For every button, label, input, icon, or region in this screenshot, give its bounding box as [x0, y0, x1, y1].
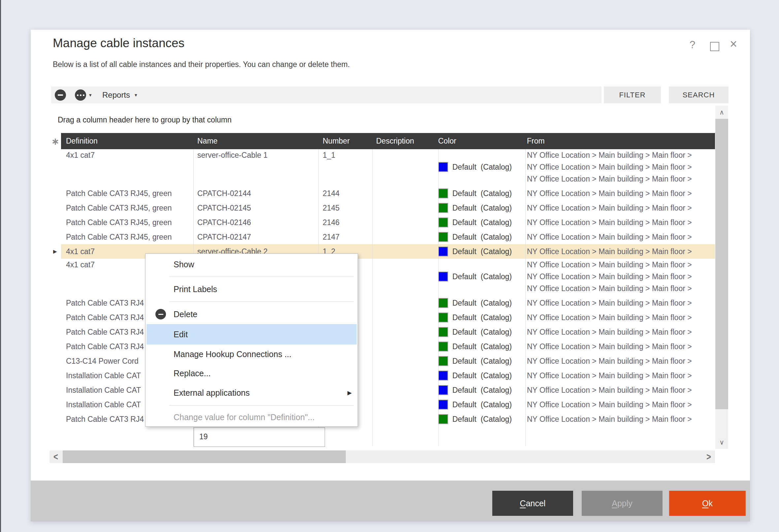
reports-dropdown[interactable]: Reports ▾ — [102, 86, 137, 103]
cell-from: NY Office Location > Main building > Mai… — [527, 244, 715, 259]
cell-from: NY Office Location > Main building > Mai… — [527, 259, 715, 270]
page-title: Manage cable instances — [53, 36, 184, 50]
color-label: Default (Catalog) — [448, 357, 512, 366]
submenu-arrow-icon: ▶ — [347, 390, 352, 396]
color-label: Default (Catalog) — [448, 371, 512, 380]
column-header-definition[interactable]: Definition — [66, 133, 98, 149]
table-row[interactable]: Patch Cable CAT3 RJ45, greenCPATCH-02146… — [61, 215, 715, 230]
column-header-number[interactable]: Number — [323, 133, 350, 149]
menu-item-edit[interactable]: Edit — [146, 324, 357, 345]
vertical-scrollbar[interactable]: ∧ ∨ — [715, 106, 728, 449]
cell-from: NY Office Location > Main building > Mai… — [527, 354, 715, 368]
scroll-left-icon[interactable]: < — [50, 449, 62, 464]
horizontal-scrollbar[interactable]: < > — [50, 451, 715, 463]
cell-color: Default (Catalog) — [438, 412, 525, 426]
cell-color: Default (Catalog) — [438, 383, 525, 397]
inline-edit-cell[interactable]: 19 — [194, 427, 325, 447]
more-actions-button[interactable] — [75, 90, 86, 101]
cell-number: 2147 — [323, 230, 375, 244]
menu-separator — [169, 301, 354, 302]
cell-color: Default (Catalog) — [438, 215, 525, 230]
menu-item-label: Replace... — [174, 369, 211, 378]
cell-name: CPATCH-02145 — [197, 201, 313, 215]
horizontal-scrollbar-thumb[interactable] — [63, 451, 346, 463]
close-icon[interactable]: × — [730, 37, 737, 51]
color-label: Default (Catalog) — [448, 313, 512, 322]
color-label: Default (Catalog) — [448, 328, 512, 337]
cell-definition: 4x1 cat7 — [66, 150, 193, 161]
menu-item-label: Print Labels — [174, 285, 217, 294]
color-label: Default (Catalog) — [448, 400, 512, 409]
cell-color: Default (Catalog) — [438, 339, 525, 354]
menu-item-label: Delete — [174, 309, 197, 319]
column-header-from[interactable]: From — [527, 133, 545, 149]
color-label: Default (Catalog) — [448, 233, 512, 242]
column-header-description[interactable]: Description — [376, 133, 414, 149]
cell-from: NY Office Location > Main building > Mai… — [527, 283, 715, 294]
cell-color: Default (Catalog) — [438, 186, 525, 201]
scroll-up-icon[interactable]: ∧ — [715, 106, 728, 119]
cell-definition: Patch Cable CAT3 RJ45, green — [66, 201, 193, 215]
color-swatch — [438, 385, 448, 395]
context-menu: ShowPrint LabelsDeleteEditManage Hookup … — [145, 253, 358, 427]
color-swatch — [438, 218, 448, 227]
menu-item-show[interactable]: Show — [145, 255, 358, 274]
vertical-scrollbar-thumb[interactable] — [715, 119, 728, 409]
minus-icon — [58, 95, 63, 96]
cell-number: 2145 — [323, 201, 375, 215]
menu-separator — [169, 277, 354, 277]
column-header-color[interactable]: Color — [438, 133, 456, 149]
cell-color: Default (Catalog) — [438, 368, 525, 383]
color-swatch — [438, 246, 448, 256]
column-chooser-icon[interactable]: ∗ — [52, 136, 59, 147]
cell-from: NY Office Location > Main building > Mai… — [527, 215, 715, 230]
menu-item-print-labels[interactable]: Print Labels — [145, 280, 358, 299]
cell-name: CPATCH-02144 — [197, 186, 313, 201]
cell-color: Default (Catalog) — [438, 201, 525, 215]
maximize-icon[interactable] — [710, 42, 719, 51]
menu-item-change-value-for-column-definition[interactable]: Change value for column "Definition"... — [145, 408, 358, 426]
table-row[interactable]: 4x1 cat7server-office-Cable 11_1Default … — [61, 149, 715, 186]
color-label: Default (Catalog) — [448, 342, 512, 351]
color-label: Default (Catalog) — [448, 299, 512, 308]
remove-button[interactable] — [55, 90, 66, 101]
menu-item-manage-hookup-connections[interactable]: Manage Hookup Connections ... — [145, 345, 358, 364]
chevron-down-icon[interactable]: ▾ — [89, 92, 92, 98]
table-row[interactable]: Patch Cable CAT3 RJ45, greenCPATCH-02144… — [61, 186, 715, 201]
menu-item-external-applications[interactable]: External applications▶ — [145, 383, 358, 403]
menu-item-replace[interactable]: Replace... — [145, 364, 358, 383]
cell-from: NY Office Location > Main building > Mai… — [527, 412, 715, 426]
cell-from: NY Office Location > Main building > Mai… — [527, 296, 715, 310]
cell-from: NY Office Location > Main building > Mai… — [527, 339, 715, 354]
filter-button[interactable]: FILTER — [604, 86, 661, 103]
table-row[interactable]: Patch Cable CAT3 RJ45, greenCPATCH-02145… — [61, 201, 715, 215]
color-swatch — [438, 371, 448, 380]
chevron-down-icon: ▾ — [135, 92, 137, 98]
scroll-down-icon[interactable]: ∨ — [715, 436, 728, 449]
color-swatch — [438, 162, 448, 172]
cell-color: Default (Catalog) — [438, 397, 525, 412]
cell-definition: Patch Cable CAT3 RJ45, green — [66, 186, 193, 201]
help-icon[interactable]: ? — [690, 39, 695, 51]
menu-item-label: Manage Hookup Connections ... — [174, 350, 291, 359]
cell-from: NY Office Location > Main building > Mai… — [527, 230, 715, 244]
search-button[interactable]: SEARCH — [669, 86, 728, 103]
color-label: Default (Catalog) — [448, 386, 512, 395]
color-swatch — [438, 312, 448, 322]
cell-from: NY Office Location > Main building > Mai… — [527, 201, 715, 215]
column-header-name[interactable]: Name — [197, 133, 218, 149]
menu-item-delete[interactable]: Delete — [145, 304, 358, 324]
minus-circle-icon — [156, 309, 166, 319]
scroll-right-icon[interactable]: > — [703, 449, 715, 464]
apply-button[interactable]: Apply — [582, 491, 663, 516]
ok-button[interactable]: Ok — [669, 491, 746, 516]
table-header: Definition Name Number Description Color… — [61, 133, 715, 149]
cell-definition: Patch Cable CAT3 RJ45, green — [66, 230, 193, 244]
cancel-button[interactable]: Cancel — [492, 491, 573, 516]
table-row[interactable]: Patch Cable CAT3 RJ45, greenCPATCH-02147… — [61, 230, 715, 244]
cell-name: CPATCH-02147 — [197, 230, 313, 244]
screen: Manage cable instances Below is a list o… — [0, 0, 779, 532]
cell-color: Default (Catalog) — [438, 244, 525, 259]
cell-color: Default (Catalog) — [438, 296, 525, 310]
cell-name: server-office-Cable 1 — [197, 150, 313, 161]
